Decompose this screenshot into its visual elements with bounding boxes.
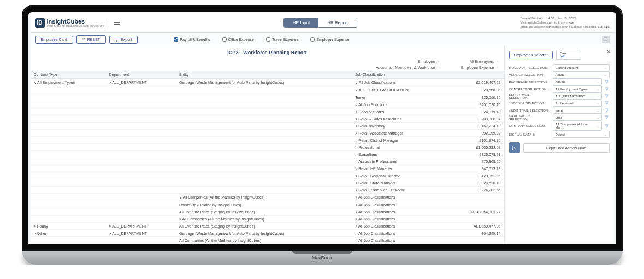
selector-dropdown[interactable]: Closing Amount⌄ (553, 64, 610, 71)
selector-row: CONTRACT SELECTION:All Employment Types⌄… (509, 85, 610, 92)
table-row[interactable]: All Over the Place (Staging by InsightCu… (31, 208, 504, 216)
table-row[interactable]: > Retail, Zone Vice President£224,202.55 (31, 187, 504, 194)
selector-dropdown[interactable]: GR-10⌄ (553, 78, 602, 85)
table-row[interactable]: > Associate Professional£70,868.25 (31, 158, 504, 165)
table-row[interactable]: > Other> ALL_DEPARTMENTGarbage (Waste Ma… (31, 230, 504, 237)
selector-label: MOVEMENT SELECTION: (509, 66, 551, 69)
copy-data-button[interactable]: Copy Data Across Time (523, 143, 610, 153)
employees-selector-button[interactable]: Employees Selector (509, 51, 553, 59)
selector-dropdown[interactable]: Professional⌄ (553, 100, 602, 107)
employee-card-button[interactable]: Employee Card (35, 36, 73, 44)
check-1[interactable]: Office Expense (222, 37, 254, 42)
selector-label: DISPLAY DATA IN: (509, 133, 551, 136)
table-row[interactable]: > Retail, Associate Manager£92,959.02 (31, 130, 504, 137)
user-line-1: Dina Al Morhebi · 14:03 · Jan 13, 2025 (521, 16, 610, 21)
menu-icon[interactable] (114, 21, 120, 25)
col-header[interactable]: Department (106, 71, 176, 79)
selector-label: PAY GRADE SELECTION: (509, 80, 551, 84)
divider (109, 18, 109, 28)
selector-dropdown[interactable]: Actual⌄ (553, 71, 610, 78)
col-header[interactable]: Contract Type (31, 71, 106, 79)
selector-row: DISPLAY DATA IN:Default⌄ (509, 131, 610, 138)
close-icon[interactable]: ✕ (606, 49, 611, 55)
main-content: ICPX - Workforce Planning Report Employe… (31, 47, 614, 243)
table-row[interactable]: > Professional£1,000,232.52 (31, 144, 504, 151)
filter-icon[interactable]: ▽ (604, 115, 610, 120)
logo-text: InsightCubes (47, 18, 105, 25)
table-row[interactable]: > Retail Inventory£167,224.13 (31, 123, 504, 130)
report-title: ICPX - Workforce Planning Report (31, 47, 504, 59)
table-row[interactable]: ∨ All Companies (All the Marbles by Insi… (31, 194, 504, 201)
check-0[interactable]: Payroll & Benefits (174, 37, 210, 42)
export-button[interactable]: ⭳Export (109, 36, 138, 44)
selector-dropdown[interactable]: Default⌄ (553, 131, 610, 138)
table-row[interactable]: > Retail – Sales Associates£203,908.37 (31, 115, 504, 123)
report-area: ICPX - Workforce Planning Report Employe… (31, 47, 505, 243)
table-row[interactable]: Tester£20,566.36 (31, 94, 504, 101)
table-row[interactable]: ∨ ALL_JOB_CLASSIFICATION£20,566.36 (31, 86, 504, 94)
user-line-3: email us: info@insightcubes.com | Call u… (521, 25, 610, 30)
selector-row: JOBCODE SELECTION:Professional⌄▽ (509, 100, 610, 107)
table-row[interactable]: > All Job Functions£451,020.10 (31, 101, 504, 108)
selector-label: NATIONALITY SELECTION: (509, 114, 551, 121)
table-row[interactable]: > Executives£320,078.91 (31, 151, 504, 158)
device-label: MacBook (312, 255, 333, 260)
date-selector[interactable]: Date (All) (556, 50, 581, 60)
dim-row-0: Employee›All Employees › (31, 59, 504, 65)
selector-label: AUDIT TRAIL SELECTION: (509, 109, 551, 112)
user-info: Dina Al Morhebi · 14:03 · Jan 13, 2025 V… (521, 16, 610, 29)
user-line-2: Visit insightCubes.com to know more (521, 21, 610, 25)
selector-dropdown[interactable]: All Employment Types⌄ (553, 85, 602, 92)
selector-dropdown[interactable]: LBN⌄ (553, 114, 602, 121)
selector-label: DEPARTMENT SELECTION: (509, 93, 551, 100)
selector-row: DEPARTMENT SELECTION:ALL_DEPARTMENT⌄▽ (509, 92, 610, 100)
reset-button[interactable]: ⟳RESET (76, 35, 106, 44)
filter-icon[interactable]: ▽ (604, 79, 610, 85)
table-row[interactable]: Hands Up (Holding by InsightCubes)> All … (31, 201, 504, 208)
table-row[interactable]: > Retail, Store Manager£320,536.18 (31, 179, 504, 187)
selector-dropdown[interactable]: ALL_DEPARTMENT⌄ (553, 92, 602, 100)
laptop-base: MacBook (22, 251, 623, 265)
table-row[interactable]: All Companies (All the Marbles by Insigh… (31, 237, 504, 243)
selector-label: COMPANY SELECTION: (509, 124, 551, 127)
selector-dropdown[interactable]: All Companies (All the Mar…⌄ (553, 121, 602, 131)
table-row[interactable]: ∨ All Employment Types> ALL_DEPARTMENTGa… (31, 79, 504, 86)
filter-icon[interactable]: ▽ (604, 123, 610, 129)
tab-hr-report[interactable]: HR Report (318, 18, 357, 27)
check-2[interactable]: Travel Expense (266, 37, 298, 42)
tab-group: HR Input HR Report (283, 18, 357, 28)
selector-dropdown[interactable]: Input⌄ (553, 107, 602, 114)
topbar: iD InsightCubes CORPORATE PERFORMANCE IN… (31, 13, 614, 33)
filter-icon[interactable]: ▽ (604, 86, 610, 92)
selector-label: VERSION SELECTION: (509, 73, 551, 77)
table-row[interactable]: > Retail, District Manager£101,974.86 (31, 137, 504, 144)
col-header[interactable]: Job Classification (352, 71, 446, 79)
table-row[interactable]: > Retail, HR Manager£47,513.13 (31, 165, 504, 172)
copy-icon[interactable]: ❐ (602, 36, 610, 43)
check-3[interactable]: Employee Expense (310, 37, 349, 42)
selector-row: PAY GRADE SELECTION:GR-10⌄▽ (509, 78, 610, 85)
toolbar: Employee Card ⟳RESET ⭳Export Payroll & B… (31, 33, 614, 47)
filter-icon[interactable]: ▽ (604, 101, 610, 106)
table-row[interactable]: > All Companies (All the Marbles by Insi… (31, 216, 504, 223)
logo-tagline: CORPORATE PERFORMANCE INSIGHTS (47, 25, 105, 28)
selector-label: CONTRACT SELECTION: (509, 88, 551, 91)
download-icon: ⭳ (115, 38, 119, 42)
report-table[interactable]: Contract TypeDepartmentEntityJob Classif… (31, 71, 504, 243)
col-header[interactable] (446, 71, 504, 79)
col-header[interactable]: Entity (176, 71, 352, 79)
app-logo: iD InsightCubes CORPORATE PERFORMANCE IN… (35, 18, 105, 28)
filter-icon[interactable]: ▽ (604, 108, 610, 113)
logo-icon: iD (35, 18, 45, 28)
table-row[interactable]: > Retail, Regional Director£123,951.36 (31, 172, 504, 179)
date-value: (All) (560, 55, 566, 58)
dim-row-1: Accounts - Manpower & Workforce›Employee… (31, 65, 504, 71)
tab-hr-input[interactable]: HR Input (284, 18, 319, 27)
filter-icon[interactable]: ▽ (604, 94, 610, 99)
play-icon[interactable]: ▷ (509, 142, 520, 153)
selector-row: VERSION SELECTION:Actual⌄ (509, 71, 610, 78)
table-row[interactable]: > Hourly> ALL_DEPARTMENTAll Over the Pla… (31, 223, 504, 230)
side-panel: ✕ Employees Selector Date (All) MOVEMENT… (505, 47, 614, 243)
table-row[interactable]: > Head of Stores£24,319.43 (31, 108, 504, 115)
selector-row: COMPANY SELECTION:All Companies (All the… (509, 121, 610, 131)
